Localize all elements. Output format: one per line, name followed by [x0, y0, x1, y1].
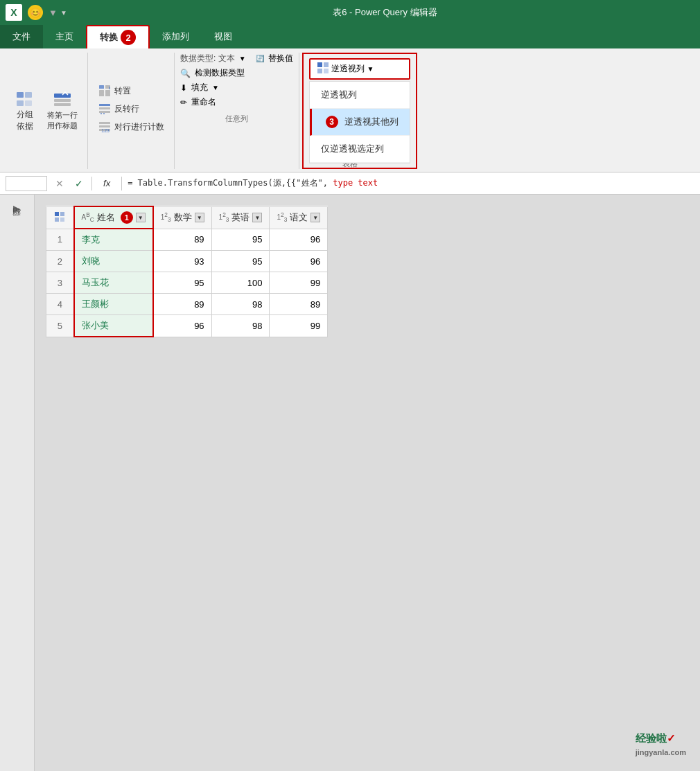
math-cell: 89: [153, 229, 211, 251]
svg-rect-1: [25, 92, 32, 98]
svg-rect-22: [317, 69, 322, 73]
row-num-cell: 5: [46, 315, 74, 337]
chinese-cell: 96: [270, 251, 328, 272]
math-cell: 89: [153, 294, 211, 315]
svg-rect-0: [17, 92, 24, 98]
english-column-header[interactable]: 123 英语 ▼: [211, 206, 270, 229]
transpose-icon: [98, 84, 112, 98]
use-first-row-button[interactable]: 将第一行用作标题: [43, 88, 82, 134]
reverse-rows-button[interactable]: 反转行: [94, 100, 168, 117]
math-cell: 95: [153, 272, 211, 294]
svg-rect-5: [54, 99, 71, 102]
watermark-url: jingyanla.com: [636, 748, 686, 756]
svg-rect-20: [317, 62, 322, 67]
pivot-section: 逆透视列 ▼ 逆透视列 3 逆透视其他列 仅逆透视选定列: [302, 53, 418, 169]
detect-icon: 🔍: [180, 69, 191, 78]
svg-rect-24: [55, 212, 59, 216]
reverse-rows-icon: [98, 102, 112, 116]
formula-divider2: [121, 177, 122, 190]
data-area: ABC 姓名 1 ▼ 123 数学 ▼: [35, 195, 700, 771]
svg-rect-25: [60, 212, 64, 216]
watermark: 经验啦✓ jingyanla.com: [636, 732, 686, 757]
tab-add-column[interactable]: 添加列: [150, 25, 202, 48]
svg-rect-9: [99, 90, 104, 94]
use-first-row-icon: [53, 91, 72, 110]
reverse-rows-label: 反转行: [114, 103, 139, 115]
table-row: 3 马玉花 95 100 99: [46, 272, 328, 294]
datatype-label: 数据类型: 文本: [180, 53, 235, 64]
invert-view-item[interactable]: 逆透视列: [310, 82, 410, 109]
chinese-col-type: 123: [277, 211, 287, 223]
name-cell: 刘晓: [74, 251, 153, 272]
chinese-cell: 96: [270, 229, 328, 251]
transpose-button[interactable]: 转置: [94, 82, 168, 99]
accept-formula-button[interactable]: ✓: [75, 178, 83, 189]
name-col-dropdown[interactable]: ▼: [136, 213, 146, 222]
math-col-dropdown[interactable]: ▼: [195, 213, 204, 222]
formula-text: = Table.TransformColumnTypes(源,{{"姓名", t…: [128, 177, 694, 189]
svg-rect-14: [99, 107, 110, 109]
data-table: ABC 姓名 1 ▼ 123 数学 ▼: [46, 206, 328, 337]
formula-bar: ✕ ✓ fx = Table.TransformColumnTypes(源,{{…: [0, 172, 700, 195]
tab-view[interactable]: 视图: [202, 25, 245, 48]
fill-label[interactable]: 填充: [191, 82, 208, 94]
english-cell: 95: [211, 251, 270, 272]
rename-icon: ✏: [180, 98, 187, 107]
rename-label[interactable]: 重命名: [191, 96, 216, 108]
svg-rect-23: [324, 69, 329, 73]
table-row: 2 刘晓 93 95 96: [46, 251, 328, 272]
detect-label[interactable]: 检测数据类型: [195, 67, 245, 79]
invert-view-arrow: ▼: [367, 65, 374, 73]
row-num-cell: 3: [46, 272, 74, 294]
grid-icon: [317, 62, 329, 76]
svg-rect-27: [60, 218, 64, 222]
datatype-arrow: ▼: [239, 55, 246, 62]
svg-rect-12: [105, 94, 110, 96]
formula-divider: [91, 177, 92, 190]
svg-rect-16: [99, 122, 110, 124]
invert-view-selected-item[interactable]: 仅逆透视选定列: [310, 136, 410, 163]
ribbon-content: 分组依据 将第一行用作标题 表格: [0, 48, 700, 172]
badge-2: 2: [121, 30, 136, 45]
main-area: ▶ 稻 ABC: [0, 195, 700, 771]
smile-icon[interactable]: 😊: [28, 5, 43, 20]
svg-rect-3: [25, 100, 32, 106]
chinese-col-label: 语文: [290, 211, 308, 224]
sidebar-queries-label: 稻: [8, 220, 26, 225]
replace-values-label[interactable]: 替换值: [268, 53, 293, 64]
english-col-dropdown[interactable]: ▼: [252, 213, 262, 222]
group-by-button[interactable]: 分组依据: [11, 87, 39, 135]
chinese-column-header[interactable]: 123 语文 ▼: [270, 206, 328, 229]
count-rows-button[interactable]: 123 对行进行计数: [94, 118, 168, 135]
name-cell: 李克: [74, 229, 153, 251]
svg-rect-4: [54, 94, 71, 98]
english-col-type: 123: [219, 211, 229, 223]
count-rows-icon: 123: [98, 120, 112, 134]
english-cell: 98: [211, 294, 270, 315]
name-column-header[interactable]: ABC 姓名 1 ▼: [74, 206, 153, 229]
row-num-cell: 1: [46, 229, 74, 251]
pivot-dropdown: 逆透视列 3 逆透视其他列 仅逆透视选定列: [309, 81, 411, 163]
sidebar-collapse-button[interactable]: ▶: [10, 200, 24, 217]
invert-view-button[interactable]: 逆透视列 ▼: [309, 58, 411, 80]
tab-transform[interactable]: 转换 2: [86, 25, 150, 48]
name-cell: 张小美: [74, 315, 153, 337]
english-cell: 100: [211, 272, 270, 294]
badge-3: 3: [326, 116, 338, 128]
name-box[interactable]: [6, 176, 47, 191]
math-col-label: 数学: [174, 211, 192, 224]
chinese-col-dropdown[interactable]: ▼: [310, 213, 320, 222]
chinese-cell: 99: [270, 272, 328, 294]
table-row: 1 李克 89 95 96: [46, 229, 328, 251]
math-col-type: 123: [161, 211, 171, 223]
invert-view-other-item[interactable]: 3 逆透视其他列: [310, 109, 410, 136]
transform-sub-group: 转置 反转行 123 对行进行计数: [88, 53, 175, 169]
math-column-header[interactable]: 123 数学 ▼: [153, 206, 211, 229]
tab-home[interactable]: 主页: [43, 25, 86, 48]
group-by-label: 分组依据: [17, 109, 33, 132]
any-col-group-label: 任意列: [180, 114, 293, 124]
svg-text:123: 123: [101, 128, 110, 133]
tab-file[interactable]: 文件: [0, 25, 43, 48]
chinese-cell: 99: [270, 315, 328, 337]
cancel-formula-button[interactable]: ✕: [55, 178, 64, 189]
